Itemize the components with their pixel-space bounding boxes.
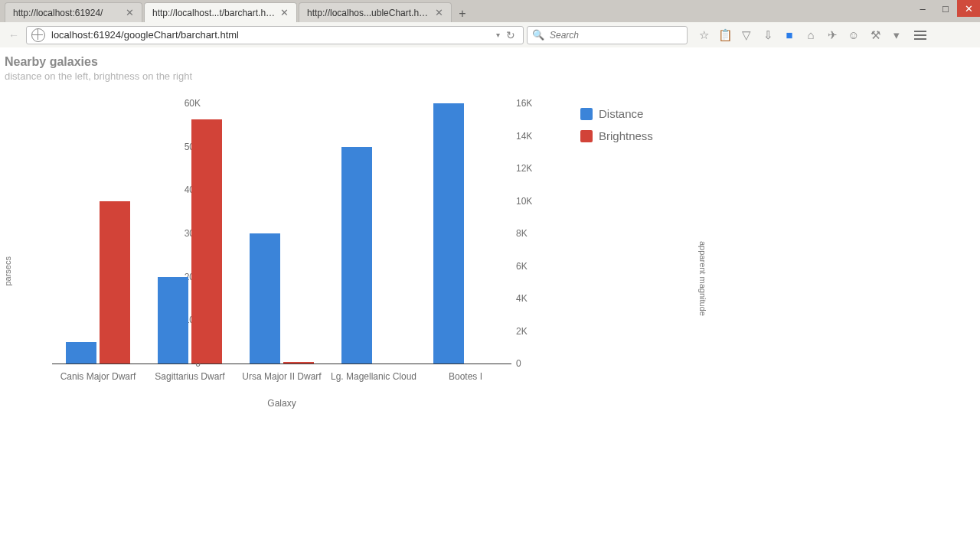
- tab-label: http://localhost...t/barchart.html: [152, 8, 276, 18]
- y-axis-right-label: apparent magnitude: [698, 241, 707, 316]
- search-icon: 🔍: [532, 29, 544, 41]
- y-right-tick: 8K: [516, 228, 528, 239]
- y-right-tick: 6K: [516, 261, 528, 272]
- tools-icon[interactable]: ⚒: [868, 28, 882, 42]
- toolbar-icons: ☆ 📋 ▽ ⇩ ■ ⌂ ✈ ☺ ⚒ ▾: [697, 26, 937, 44]
- browser-tab-1[interactable]: http://localhost...t/barchart.html ✕: [144, 2, 297, 22]
- y-right-tick: 2K: [516, 326, 528, 337]
- page-content: Nearby galaxies distance on the left, br…: [0, 47, 980, 448]
- chart-subtitle: distance on the left, brightness on the …: [5, 70, 975, 82]
- chat-icon[interactable]: ☺: [847, 28, 861, 42]
- overflow-dropdown-icon[interactable]: ▾: [890, 28, 903, 42]
- y-axis-left-label: parsecs: [3, 256, 12, 286]
- hamburger-menu-icon[interactable]: [911, 26, 937, 44]
- globe-icon: [31, 28, 45, 42]
- legend-swatch-distance: [580, 108, 593, 120]
- category-label: Canis Major Dwarf: [52, 371, 144, 382]
- tab-label: http://localhos...ubleChart.html: [307, 8, 430, 18]
- bar-group: [420, 103, 511, 364]
- bar-group: [328, 147, 420, 364]
- new-tab-button[interactable]: +: [453, 5, 472, 22]
- send-icon[interactable]: ✈: [825, 28, 839, 42]
- bar-brightness[interactable]: [191, 119, 222, 364]
- legend-swatch-brightness: [580, 130, 593, 142]
- legend-label: Distance: [599, 107, 643, 120]
- window-controls: – □ ✕: [911, 0, 980, 17]
- close-icon[interactable]: ✕: [276, 7, 289, 18]
- chart-legend: Distance Brightness: [580, 107, 653, 152]
- extension-icon[interactable]: ■: [782, 28, 796, 42]
- category-label: Ursa Major II Dwarf: [236, 371, 328, 382]
- search-input[interactable]: [548, 29, 682, 41]
- bar-brightness[interactable]: [283, 362, 314, 364]
- x-axis-label: Galaxy: [52, 398, 511, 409]
- reload-icon[interactable]: ↻: [503, 29, 518, 41]
- window-minimize-button[interactable]: –: [911, 0, 934, 17]
- close-icon[interactable]: ✕: [430, 7, 443, 18]
- bar-group: [52, 201, 144, 364]
- y-right-tick: 10K: [516, 196, 532, 207]
- clipboard-icon[interactable]: 📋: [718, 28, 732, 42]
- url-input[interactable]: [50, 28, 493, 41]
- back-button[interactable]: ←: [5, 26, 23, 44]
- y-right-tick: 14K: [516, 131, 532, 142]
- bar-distance[interactable]: [250, 233, 280, 364]
- close-icon[interactable]: ✕: [121, 7, 134, 18]
- home-icon[interactable]: ⌂: [804, 28, 818, 42]
- tab-strip: http://localhost:61924/ ✕ http://localho…: [0, 0, 980, 22]
- chart-area: parsecs apparent magnitude 010K20K30K40K…: [5, 103, 663, 440]
- chart-title: Nearby galaxies: [5, 55, 975, 69]
- window-close-button[interactable]: ✕: [957, 0, 980, 17]
- x-axis-line: [52, 364, 511, 364]
- nav-toolbar: ← → ▾ ↻ 🔍 ☆ 📋 ▽ ⇩ ■ ⌂ ✈ ☺ ⚒ ▾: [0, 22, 980, 47]
- legend-label: Brightness: [599, 129, 653, 142]
- bar-brightness[interactable]: [100, 201, 130, 364]
- bar-group: [236, 233, 328, 364]
- window-maximize-button[interactable]: □: [934, 0, 957, 17]
- pocket-icon[interactable]: ▽: [740, 28, 753, 42]
- y-right-tick: 16K: [516, 98, 532, 109]
- bar-group: [144, 119, 236, 364]
- bar-distance[interactable]: [433, 103, 464, 364]
- category-label: Sagittarius Dwarf: [144, 371, 236, 382]
- y-right-tick: 0: [516, 358, 521, 369]
- browser-tab-0[interactable]: http://localhost:61924/ ✕: [5, 2, 142, 22]
- tab-label: http://localhost:61924/: [13, 8, 121, 18]
- y-right-tick: 12K: [516, 163, 532, 174]
- legend-item-distance[interactable]: Distance: [580, 107, 653, 120]
- downloads-icon[interactable]: ⇩: [761, 28, 775, 42]
- url-bar[interactable]: ▾ ↻: [26, 26, 524, 44]
- bar-distance[interactable]: [341, 147, 372, 364]
- category-label: Bootes I: [420, 371, 511, 382]
- history-dropdown-icon[interactable]: ▾: [493, 31, 503, 39]
- search-bar[interactable]: 🔍: [527, 26, 688, 44]
- legend-item-brightness[interactable]: Brightness: [580, 129, 653, 142]
- browser-tab-2[interactable]: http://localhos...ubleChart.html ✕: [299, 2, 452, 22]
- bar-distance[interactable]: [66, 342, 96, 364]
- y-right-tick: 4K: [516, 293, 528, 304]
- category-label: Lg. Magellanic Cloud: [328, 371, 420, 382]
- bar-distance[interactable]: [158, 277, 188, 364]
- bookmark-star-icon[interactable]: ☆: [697, 28, 710, 42]
- bars-container: [52, 103, 511, 364]
- browser-chrome: – □ ✕ http://localhost:61924/ ✕ http://l…: [0, 0, 980, 47]
